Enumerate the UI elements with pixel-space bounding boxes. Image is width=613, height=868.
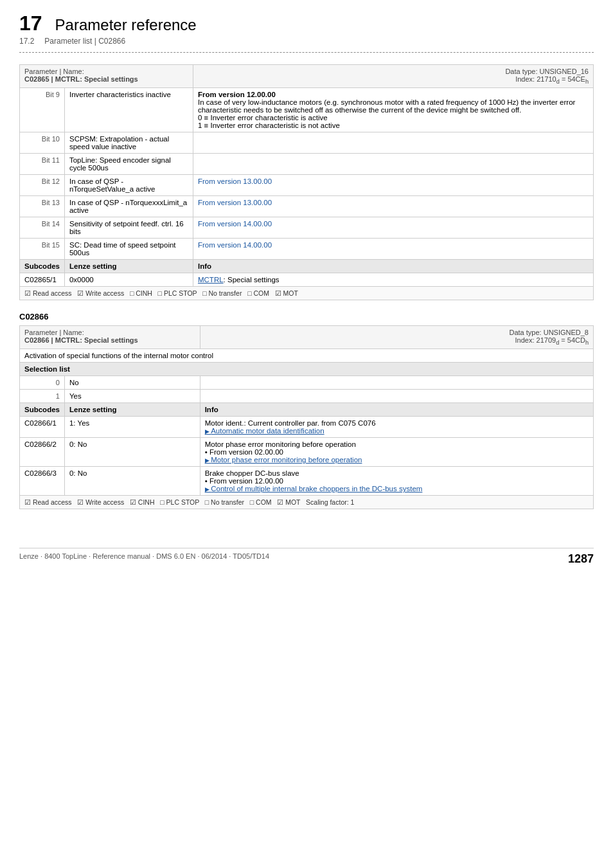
c02866-subcode1-code: C02866/1 [20, 417, 65, 438]
selection-0-label: No [64, 376, 200, 390]
bit12-row: Bit 12 In case of QSP - nTorqueSetValue_… [20, 175, 594, 196]
bit9-num: Bit 9 [20, 88, 65, 132]
bit15-lenze: SC: Dead time of speed setpoint 500us [64, 239, 193, 260]
motor-phase-link[interactable]: Motor phase error monitoring before oper… [205, 456, 362, 464]
selection-1-info [200, 390, 593, 403]
selection-0-num: 0 [20, 376, 65, 390]
brake-chopper-link[interactable]: Control of multiple internal brake chopp… [205, 485, 423, 493]
bit13-lenze: In case of QSP - nTorquexxxLimit_a activ… [64, 196, 193, 217]
bit13-row: Bit 13 In case of QSP - nTorquexxxLimit_… [20, 196, 594, 217]
bit15-row: Bit 15 SC: Dead time of speed setpoint 5… [20, 239, 594, 260]
subcodes-header-row: Subcodes Lenze setting Info [20, 260, 594, 273]
c02866-sub3-bullet: From version 12.00.00 [205, 477, 283, 485]
c02865-subcode1-code: C02865/1 [20, 273, 65, 287]
c02866-section-label: C02866 [19, 312, 594, 321]
page-title: Parameter reference [55, 16, 197, 34]
c02865-param-label: Parameter | Name: C02865 | MCTRL: Specia… [20, 65, 193, 88]
bit15-num: Bit 15 [20, 239, 65, 260]
c02866-activation-row: Activation of special functions of the i… [20, 349, 594, 363]
bit10-info [193, 132, 593, 154]
c02866-subcode2-info: Motor phase error monitoring before oper… [200, 438, 593, 467]
c02866-data-type: Data type: UNSIGNED_8 Index: 21709d = 54… [200, 326, 593, 349]
mctrl-link[interactable]: MCTRL [198, 276, 224, 284]
bit10-lenze: SCPSM: Extrapolation - actual speed valu… [64, 132, 193, 154]
c02866-subcode3-lenze: 0: No [64, 467, 200, 496]
c02865-access-row: ☑ Read access ☑ Write access □ CINH □ PL… [20, 287, 594, 300]
bit11-num: Bit 11 [20, 154, 65, 175]
c02866-subcodes-col2: Lenze setting [64, 403, 200, 417]
bit9-row: Bit 9 Inverter characteristics inactive … [20, 88, 594, 132]
footer-left: Lenze · 8400 TopLine · Reference manual … [19, 552, 269, 566]
selection-list-header-row: Selection list [20, 363, 594, 376]
bit11-row: Bit 11 TopLine: Speed encoder signal cyc… [20, 154, 594, 175]
c02866-access: ☑ Read access ☑ Write access ☑ CINH □ PL… [20, 496, 594, 509]
bit9-info: From version 12.00.00 In case of very lo… [193, 88, 593, 132]
bit13-num: Bit 13 [20, 196, 65, 217]
bit14-lenze: Sensitivity of setpoint feedf. ctrl. 16 … [64, 217, 193, 239]
c02866-table: Parameter | Name: C02866 | MCTRL: Specia… [19, 325, 594, 509]
bit10-num: Bit 10 [20, 132, 65, 154]
bit12-info: From version 13.00.00 [193, 175, 593, 196]
subcodes-header-col1: Subcodes [20, 260, 65, 273]
c02865-subcode1-info: MCTRL: Special settings [193, 273, 593, 287]
c02866-subcodes-col1: Subcodes [20, 403, 65, 417]
bit12-num: Bit 12 [20, 175, 65, 196]
c02865-data-type: Data type: UNSIGNED_16 Index: 21710d = 5… [193, 65, 593, 88]
c02866-subcodes-header-row: Subcodes Lenze setting Info [20, 403, 594, 417]
page-header: 17 Parameter reference [19, 13, 594, 34]
selection-0-row: 0 No [20, 376, 594, 390]
c02865-param-id: C02865 | MCTRL: Special settings [24, 75, 138, 83]
bit14-info: From version 14.00.00 [193, 217, 593, 239]
c02865-subcode1: C02865/1 0x0000 MCTRL: Special settings [20, 273, 594, 287]
selection-1-row: 1 Yes [20, 390, 594, 403]
bit11-lenze: TopLine: Speed encoder signal cycle 500u… [64, 154, 193, 175]
c02866-activation-text: Activation of special functions of the i… [20, 349, 594, 363]
page-number: 17 [19, 13, 42, 33]
c02866-sub2-bullet: From version 02.00.00 [205, 448, 283, 456]
bit14-num: Bit 14 [20, 217, 65, 239]
footer-right: 1287 [568, 552, 594, 566]
bit11-info [193, 154, 593, 175]
selection-1-label: Yes [64, 390, 200, 403]
subtitle: Parameter list | C02866 [44, 37, 125, 46]
c02866-subcode1: C02866/1 1: Yes Motor ident.: Current co… [20, 417, 594, 438]
c02866-subcode3-info: Brake chopper DC-bus slave From version … [200, 467, 593, 496]
bit14-row: Bit 14 Sensitivity of setpoint feedf. ct… [20, 217, 594, 239]
c02866-subcode1-info: Motor ident.: Current controller par. fr… [200, 417, 593, 438]
c02866-subcode3-code: C02866/3 [20, 467, 65, 496]
bit10-row: Bit 10 SCPSM: Extrapolation - actual spe… [20, 132, 594, 154]
bit13-info: From version 13.00.00 [193, 196, 593, 217]
subcodes-header-col3: Info [193, 260, 593, 273]
c02866-access-row: ☑ Read access ☑ Write access ☑ CINH □ PL… [20, 496, 594, 509]
c02865-subcode1-lenze: 0x0000 [64, 273, 193, 287]
c02865-access: ☑ Read access ☑ Write access □ CINH □ PL… [20, 287, 594, 300]
bit9-lenze: Inverter characteristics inactive [64, 88, 193, 132]
c02866-subcode2-lenze: 0: No [64, 438, 200, 467]
c02865-table: Parameter | Name: C02865 | MCTRL: Specia… [19, 64, 594, 300]
selection-0-info [200, 376, 593, 390]
c02865-header-label: Parameter | Name: C02865 | MCTRL: Specia… [24, 68, 138, 83]
c02866-subcode1-lenze: 1: Yes [64, 417, 200, 438]
bit12-lenze: In case of QSP - nTorqueSetValue_a activ… [64, 175, 193, 196]
selection-1-num: 1 [20, 390, 65, 403]
c02866-header-left: Parameter | Name: C02866 | MCTRL: Specia… [20, 326, 200, 349]
subtitle-num: 17.2 [19, 37, 34, 46]
c02866-param-id: C02866 | MCTRL: Special settings [24, 336, 138, 344]
c02866-subcode3: C02866/3 0: No Brake chopper DC-bus slav… [20, 467, 594, 496]
bit15-info: From version 14.00.00 [193, 239, 593, 260]
divider [19, 52, 594, 53]
subcodes-header-col2: Lenze setting [64, 260, 193, 273]
auto-motor-link[interactable]: Automatic motor data identification [205, 427, 324, 435]
selection-list-header: Selection list [20, 363, 594, 376]
c02866-subcode2: C02866/2 0: No Motor phase error monitor… [20, 438, 594, 467]
c02866-subcodes-col3: Info [200, 403, 593, 417]
c02866-subcode2-code: C02866/2 [20, 438, 65, 467]
